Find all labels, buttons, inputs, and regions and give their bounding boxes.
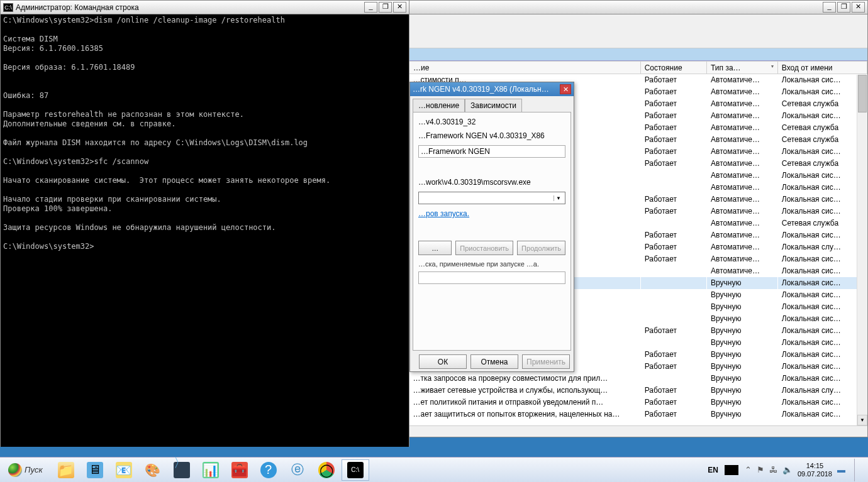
cell-type: Автоматиче… [707,241,778,253]
scrollbar-down-icon[interactable]: ▼ [857,415,867,425]
cell-desc: …тка запросов на проверку совместимости … [409,373,641,385]
server-manager-icon[interactable]: 🖥 [81,459,109,481]
language-indicator[interactable]: EN [708,466,718,474]
table-row[interactable]: …ет политикой питания и отправкой уведом… [409,397,867,408]
cell-type: Автоматиче… [707,194,778,205]
start-button[interactable]: … [418,241,452,255]
cell-login: Локальная сис… [777,349,867,361]
chrome-icon[interactable]: ◯ [313,459,340,481]
toolbox-icon[interactable]: 🧰 [226,459,253,481]
cell-state [640,265,706,277]
col-description[interactable]: …ие [409,62,641,74]
cell-login: Локальная сис… [777,325,867,337]
cell-state [640,373,706,385]
cell-login: Локальная слу… [777,241,867,253]
cell-desc: …ет политикой питания и отправкой уведом… [409,397,641,408]
network-icon[interactable]: 🖧 [769,465,777,474]
properties-title: …rk NGEN v4.0.30319_X86 (Локальн… [413,85,560,94]
cell-state: Работает [640,253,706,265]
help-icon[interactable]: ? [255,459,282,481]
col-logon[interactable]: Вход от имени [777,62,867,74]
volume-icon[interactable]: 🔈 [782,465,793,474]
clock-time: 14:15 [798,462,832,470]
description-input[interactable] [418,145,565,158]
cell-state: Работает [640,325,706,337]
paint-icon[interactable]: 🎨 [139,459,167,481]
scrollbar-thumb[interactable] [858,75,867,112]
col-startup-type[interactable]: Тип за…▾ [707,62,778,74]
cell-login: Сетевая служба [777,217,867,229]
services-minimize-button[interactable]: _ [823,2,836,13]
cell-type: Вручную [707,385,778,397]
cell-login: Локальная сис… [777,205,867,217]
cmd-terminal[interactable]: C:\Windows\system32>dism /online /cleanu… [1,14,409,447]
cell-state: Работает [640,194,706,205]
cell-type: Автоматиче… [707,86,778,98]
explorer-icon[interactable]: 📁 [52,459,80,481]
powershell-icon[interactable]: 〉_ [168,459,196,481]
cmd-titlebar[interactable]: C:\ Администратор: Командная строка _ ❐ … [1,1,409,14]
cell-type: Вручную [707,337,778,349]
cell-type: Автоматиче… [707,146,778,158]
cell-state [640,277,706,289]
cell-type: Автоматиче… [707,205,778,217]
cell-type: Автоматиче… [707,229,778,241]
start-button[interactable]: Пуск [3,460,48,480]
table-row[interactable]: …ает защититься от попыток вторжения, на… [409,408,867,420]
taskbar: Пуск 📁 🖥 📧 🎨 〉_ 📊 🧰 ? ⓔ ◯ C:\ EN ⌃ ⚑ 🖧 🔈… [0,457,868,482]
cmd-close-button[interactable]: ✕ [393,2,406,13]
cancel-button[interactable]: Отмена [470,354,518,369]
cell-login: Сетевая служба [777,158,867,170]
taskbar-clock[interactable]: 14:15 09.07.2018 [798,462,832,478]
properties-close-button[interactable]: ✕ [560,84,571,94]
properties-titlebar[interactable]: …rk NGEN v4.0.30319_X86 (Локальн… ✕ [410,82,574,96]
cell-state: Работает [640,74,706,86]
cmd-taskbar-icon[interactable]: C:\ [342,459,369,481]
cell-type: Автоматиче… [707,134,778,146]
cmd-title: Администратор: Командная строка [16,3,364,12]
cell-type: Вручную [707,313,778,325]
tab-recovery[interactable]: …новление [413,99,465,112]
cell-login: Локальная сис… [777,194,867,205]
service-name-value: …v4.0.30319_32 [418,118,565,126]
outlook-icon[interactable]: 📧 [110,459,138,481]
services-maximize-button[interactable]: ❐ [837,2,850,13]
cell-login: Локальная сис… [777,373,867,385]
services-scrollbar[interactable]: ▼ [857,75,867,425]
services-header-row: …ие Состояние Тип за…▾ Вход от имени [409,62,867,74]
cell-type: Вручную [707,408,778,420]
table-row[interactable]: …живает сетевые устройства и службы, исп… [409,385,867,397]
cell-type: Автоматиче… [707,170,778,182]
tray-expand-icon[interactable]: ⌃ [745,465,752,474]
tab-dependencies[interactable]: Зависимости [465,99,522,112]
cmd-maximize-button[interactable]: ❐ [379,2,392,13]
startup-type-combo[interactable]: ▼ [418,192,565,204]
ie-icon[interactable]: ⓔ [284,459,311,481]
col-state[interactable]: Состояние [640,62,706,74]
cell-state: Работает [640,349,706,361]
cell-state [640,337,706,349]
cell-login: Локальная сис… [777,86,867,98]
show-desktop-button[interactable] [854,459,862,481]
startup-help-link[interactable]: …ров запуска. [418,209,469,218]
cell-login: Локальная сис… [777,74,867,86]
cmd-minimize-button[interactable]: _ [364,2,377,13]
tray-app-icon[interactable]: ▬ [837,465,845,474]
ok-button[interactable]: ОК [419,354,467,369]
cell-login: Сетевая служба [777,98,867,110]
clock-date: 09.07.2018 [798,470,832,478]
tray-unknown-icon[interactable] [725,465,738,475]
flag-icon[interactable]: ⚑ [757,465,764,474]
task-manager-icon[interactable]: 📊 [197,459,225,481]
service-action-buttons: … Приостановить Продолжить [418,241,565,255]
start-params-input[interactable] [418,271,565,284]
display-name-value: …Framework NGEN v4.0.30319_X86 [418,131,565,140]
table-row[interactable]: …тка запросов на проверку совместимости … [409,373,867,385]
cell-desc: …ает защититься от попыток вторжения, на… [409,408,641,420]
cell-login: Локальная сис… [777,253,867,265]
executable-path: …work\v4.0.30319\mscorsvw.exe [418,178,565,187]
cell-type: Вручную [707,325,778,337]
cmd-window: C:\ Администратор: Командная строка _ ❐ … [0,0,409,447]
services-close-button[interactable]: ✕ [852,2,865,13]
services-titlebar: _ ❐ ✕ [409,1,867,14]
